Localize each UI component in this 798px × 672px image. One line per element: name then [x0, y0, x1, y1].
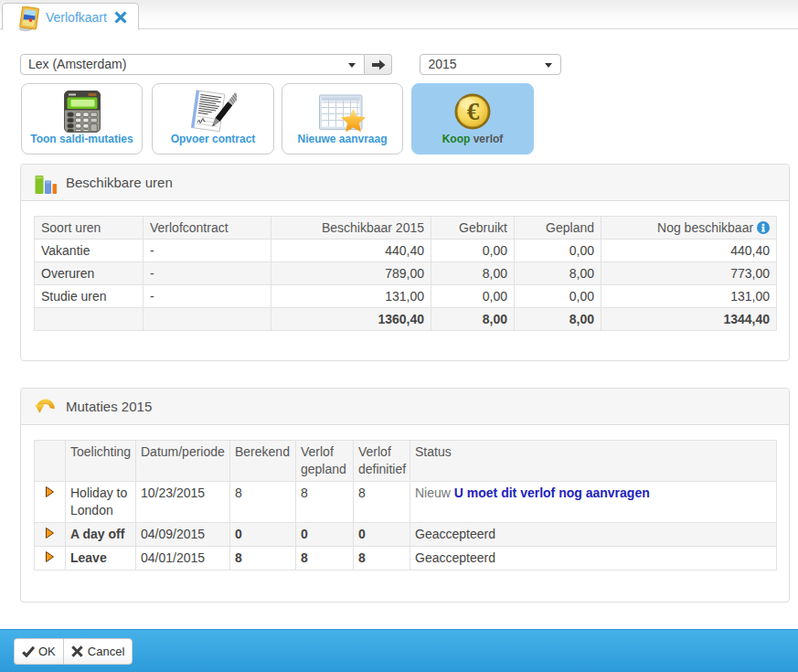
svg-text:€: €: [467, 98, 480, 125]
